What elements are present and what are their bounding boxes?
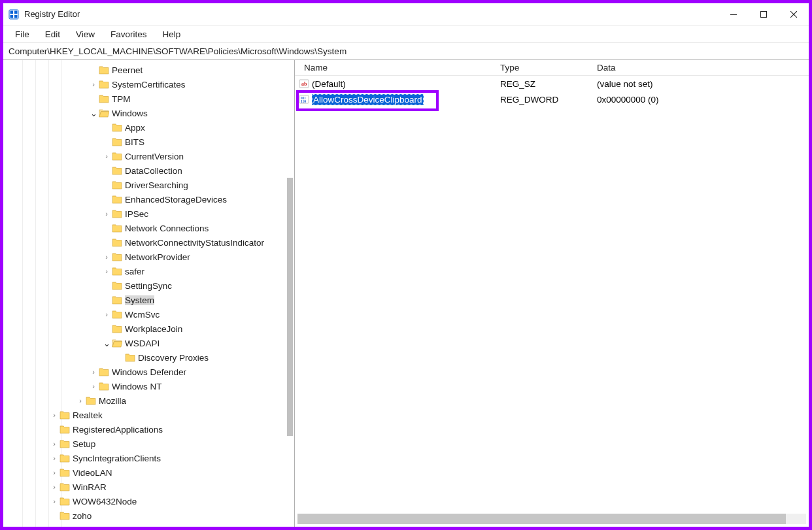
folder-icon xyxy=(59,482,70,492)
tree-item[interactable]: Discovery Proxies xyxy=(3,350,294,365)
chevron-right-icon[interactable]: › xyxy=(88,368,99,376)
close-button[interactable] xyxy=(779,3,809,25)
chevron-right-icon[interactable]: › xyxy=(101,253,112,261)
tree-item[interactable]: ⌄Windows xyxy=(3,106,294,120)
chevron-down-icon[interactable]: ⌄ xyxy=(88,108,99,118)
tree-item[interactable]: ›Windows Defender xyxy=(3,365,294,379)
chevron-right-icon[interactable]: › xyxy=(101,310,112,318)
menu-edit[interactable]: Edit xyxy=(39,28,67,41)
value-header: Name Type Data xyxy=(295,60,809,76)
tree-item-label: Windows xyxy=(112,108,148,118)
tree-item[interactable]: DriverSearching xyxy=(3,178,294,192)
folder-icon xyxy=(112,252,122,262)
tree-item[interactable]: ›Realtek xyxy=(3,408,294,422)
menu-favorites[interactable]: Favorites xyxy=(104,28,154,41)
tree-item[interactable]: EnhancedStorageDevices xyxy=(3,192,294,207)
folder-icon xyxy=(112,194,122,205)
chevron-right-icon[interactable]: › xyxy=(75,397,86,405)
chevron-right-icon[interactable]: › xyxy=(101,210,112,218)
tree-item[interactable]: ›Mozilla xyxy=(3,393,294,408)
tree-item[interactable]: ⌄WSDAPI xyxy=(3,336,294,350)
maximize-button[interactable] xyxy=(749,3,779,25)
reg-string-icon xyxy=(299,78,309,89)
address-bar[interactable]: Computer\HKEY_LOCAL_MACHINE\SOFTWARE\Pol… xyxy=(3,42,809,59)
tree-item[interactable]: BITS xyxy=(3,135,294,149)
tree-item[interactable]: Appx xyxy=(3,120,294,135)
minimize-button[interactable] xyxy=(719,3,749,25)
tree-item[interactable]: ›Setup xyxy=(3,437,294,451)
tree-item-label: DataCollection xyxy=(125,166,182,176)
tree-item-label: WorkplaceJoin xyxy=(125,324,182,334)
chevron-right-icon[interactable]: › xyxy=(49,454,59,462)
chevron-down-icon[interactable]: ⌄ xyxy=(101,339,112,348)
tree-item-label: Realtek xyxy=(73,410,103,420)
chevron-right-icon[interactable]: › xyxy=(49,411,59,419)
tree-item-label: System xyxy=(125,295,154,305)
tree-item-label: SyncIntegrationClients xyxy=(73,454,161,463)
tree-item[interactable]: ›IPSec xyxy=(3,207,294,221)
chevron-right-icon[interactable]: › xyxy=(49,483,59,491)
value-data: 0x00000000 (0) xyxy=(588,95,809,105)
tree-item[interactable]: Network Connections xyxy=(3,221,294,235)
tree-item-label: SystemCertificates xyxy=(112,80,186,90)
value-name: AllowCrossDeviceClipboard xyxy=(312,94,424,105)
tree-item[interactable]: ›SystemCertificates xyxy=(3,77,294,91)
tree-scrollbar[interactable] xyxy=(287,178,293,436)
folder-icon xyxy=(112,338,122,348)
value-row[interactable]: (Default)REG_SZ(value not set) xyxy=(295,76,809,91)
folder-icon xyxy=(112,295,122,305)
folder-icon xyxy=(112,266,122,276)
chevron-right-icon[interactable]: › xyxy=(88,80,99,88)
window-title: Registry Editor xyxy=(24,9,80,19)
folder-icon xyxy=(86,395,96,406)
tree-item[interactable]: ›NetworkProvider xyxy=(3,250,294,264)
tree-item[interactable]: Peernet xyxy=(3,63,294,77)
menu-help[interactable]: Help xyxy=(156,28,188,41)
tree-item[interactable]: ›Windows NT xyxy=(3,379,294,393)
chevron-right-icon[interactable]: › xyxy=(49,497,59,505)
value-row[interactable]: AllowCrossDeviceClipboardREG_DWORD0x0000… xyxy=(295,91,809,107)
tree-item[interactable]: ›safer xyxy=(3,264,294,278)
tree-item-label: EnhancedStorageDevices xyxy=(125,195,227,205)
tree-item[interactable]: WorkplaceJoin xyxy=(3,322,294,336)
tree-item-label: SettingSync xyxy=(125,281,172,291)
folder-icon xyxy=(59,496,70,506)
folder-icon xyxy=(59,410,70,420)
tree-item[interactable]: RegisteredApplications xyxy=(3,422,294,437)
chevron-right-icon[interactable]: › xyxy=(49,469,59,476)
value-type: REG_SZ xyxy=(491,79,588,89)
titlebar: Registry Editor xyxy=(3,3,809,25)
tree-item[interactable]: ›SyncIntegrationClients xyxy=(3,451,294,465)
chevron-right-icon[interactable]: › xyxy=(88,382,99,390)
tree-item[interactable]: NetworkConnectivityStatusIndicator xyxy=(3,235,294,250)
tree-item[interactable]: DataCollection xyxy=(3,163,294,178)
tree-item[interactable]: ›VideoLAN xyxy=(3,465,294,480)
menu-file[interactable]: File xyxy=(8,28,36,41)
chevron-right-icon[interactable]: › xyxy=(101,267,112,275)
col-name[interactable]: Name xyxy=(295,63,491,73)
tree-item[interactable]: zoho xyxy=(3,508,294,523)
tree-item-label: RegisteredApplications xyxy=(73,425,163,435)
folder-icon xyxy=(59,439,70,449)
folder-icon xyxy=(112,223,122,233)
col-type[interactable]: Type xyxy=(491,63,588,73)
col-data[interactable]: Data xyxy=(588,63,809,73)
tree-item[interactable]: SettingSync xyxy=(3,278,294,293)
tree-item[interactable]: ›CurrentVersion xyxy=(3,149,294,163)
chevron-right-icon[interactable]: › xyxy=(49,440,59,448)
tree-item[interactable]: ›WinRAR xyxy=(3,480,294,494)
chevron-right-icon[interactable]: › xyxy=(101,152,112,160)
value-hscrollbar[interactable] xyxy=(297,514,806,524)
folder-icon xyxy=(112,151,122,161)
menubar: FileEditViewFavoritesHelp xyxy=(3,25,809,42)
tree-item[interactable]: ›WOW6432Node xyxy=(3,494,294,508)
folder-icon xyxy=(112,280,122,291)
tree-item[interactable]: TPM xyxy=(3,91,294,106)
folder-icon xyxy=(99,108,109,118)
folder-icon xyxy=(112,237,122,248)
tree-item[interactable]: ›WcmSvc xyxy=(3,307,294,322)
folder-icon xyxy=(99,93,109,104)
menu-view[interactable]: View xyxy=(69,28,101,41)
folder-icon xyxy=(112,165,122,176)
tree-item[interactable]: System xyxy=(3,293,294,307)
